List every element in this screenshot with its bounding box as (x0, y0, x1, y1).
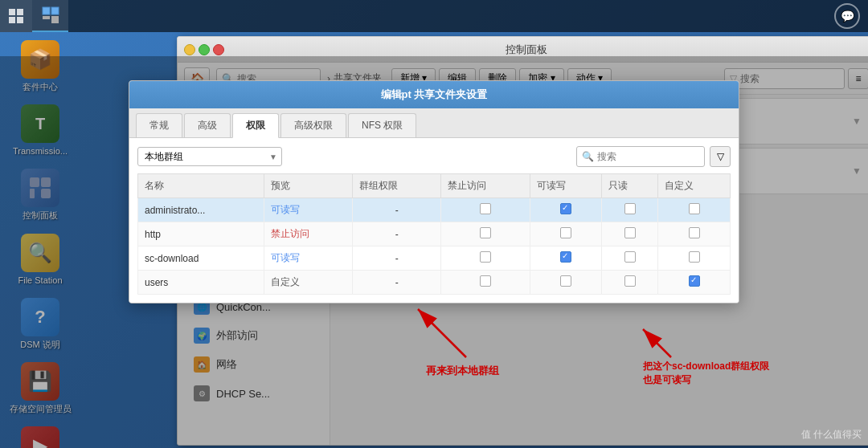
cell-rw-users[interactable] (530, 271, 602, 295)
taskbar-app-control-panel[interactable] (32, 0, 68, 32)
taskbar: 💬 (0, 0, 868, 32)
cell-rw-http[interactable] (530, 222, 602, 246)
dialog-overlay: 编辑pt 共享文件夹设置 常规 高级 权限 高级权限 NFS 权限 本地群组 (0, 56, 868, 448)
cell-noaccess-admin[interactable] (441, 198, 530, 222)
checkbox-custom-sc[interactable] (689, 251, 700, 263)
cell-name-http: http (138, 222, 264, 246)
taskbar-grid-icon[interactable] (0, 0, 32, 32)
checkbox-ro-http[interactable] (624, 227, 636, 238)
tab-permissions[interactable]: 权限 (232, 113, 279, 138)
checkbox-rw-http[interactable] (560, 227, 571, 238)
dialog-search-icon: 🔍 (582, 151, 594, 162)
cell-custom-sc[interactable] (658, 246, 731, 271)
cell-custom-users[interactable] (658, 271, 731, 295)
cell-group-sc: - (353, 246, 441, 271)
close-button[interactable] (213, 44, 224, 55)
col-preview: 预览 (264, 174, 352, 198)
edit-dialog: 编辑pt 共享文件夹设置 常规 高级 权限 高级权限 NFS 权限 本地群组 (129, 80, 739, 303)
cell-ro-users[interactable] (602, 271, 658, 295)
cell-ro-sc[interactable] (602, 246, 658, 271)
dialog-body: 本地群组 🔍 ▽ 名称 预览 (129, 138, 739, 303)
checkbox-custom-admin[interactable] (689, 203, 700, 214)
group-select-area: 本地群组 (137, 147, 282, 166)
dialog-toolbar: 本地群组 🔍 ▽ (137, 146, 731, 167)
dialog-search-input[interactable] (597, 151, 699, 162)
cell-group-users: - (353, 271, 441, 295)
table-row[interactable]: users 自定义 - (138, 271, 731, 295)
chat-icon[interactable]: 💬 (834, 3, 860, 29)
cell-preview-users[interactable]: 自定义 (264, 271, 352, 295)
svg-rect-5 (51, 7, 59, 14)
group-dropdown[interactable]: 本地群组 (137, 147, 282, 166)
checkbox-custom-http[interactable] (689, 227, 700, 238)
tab-advanced-perms[interactable]: 高级权限 (280, 113, 346, 137)
filter-button[interactable]: ▽ (710, 146, 731, 167)
svg-rect-1 (17, 9, 23, 15)
permission-table: 名称 预览 群组权限 禁止访问 可读写 只读 自定义 administrato.… (137, 173, 731, 295)
checkbox-rw-admin[interactable] (560, 203, 571, 214)
taskbar-right: 💬 (834, 3, 868, 29)
cell-preview-sc[interactable]: 可读写 (264, 246, 352, 271)
cell-ro-admin[interactable] (602, 198, 658, 222)
col-read-only: 只读 (602, 174, 658, 198)
cell-name-sc: sc-download (138, 246, 264, 271)
checkbox-noaccess-http[interactable] (480, 227, 491, 238)
cell-custom-http[interactable] (658, 222, 731, 246)
col-group-perms: 群组权限 (353, 174, 441, 198)
table-row[interactable]: http 禁止访问 - (138, 222, 731, 246)
dialog-search-box[interactable]: 🔍 (576, 146, 705, 167)
minimize-button[interactable] (184, 44, 195, 55)
col-read-write: 可读写 (530, 174, 602, 198)
cell-group-admin: - (353, 198, 441, 222)
cell-name-users: users (138, 271, 264, 295)
cell-name-admin: administrato... (138, 198, 264, 222)
table-header-row: 名称 预览 群组权限 禁止访问 可读写 只读 自定义 (138, 174, 731, 198)
cell-rw-admin[interactable] (530, 198, 602, 222)
dialog-tabs: 常规 高级 权限 高级权限 NFS 权限 (129, 108, 739, 138)
cell-preview-http[interactable]: 禁止访问 (264, 222, 352, 246)
group-select-wrapper[interactable]: 本地群组 (137, 147, 282, 166)
col-no-access: 禁止访问 (441, 174, 530, 198)
svg-rect-4 (43, 7, 50, 14)
col-custom: 自定义 (658, 174, 731, 198)
cell-rw-sc[interactable] (530, 246, 602, 271)
cell-noaccess-sc[interactable] (441, 246, 530, 271)
checkbox-noaccess-admin[interactable] (480, 203, 491, 214)
table-row[interactable]: administrato... 可读写 - (138, 198, 731, 222)
dialog-title: 编辑pt 共享文件夹设置 (381, 88, 488, 100)
svg-rect-0 (9, 9, 15, 15)
checkbox-ro-admin[interactable] (624, 203, 636, 214)
dialog-titlebar: 编辑pt 共享文件夹设置 (129, 81, 739, 108)
tab-general[interactable]: 常规 (136, 113, 182, 137)
svg-rect-7 (51, 16, 59, 23)
checkbox-custom-users[interactable] (689, 275, 700, 287)
window-title: 控制面板 (232, 43, 821, 57)
watermark: 值 什么值得买 (801, 428, 862, 442)
cell-noaccess-users[interactable] (441, 271, 530, 295)
cell-custom-admin[interactable] (658, 198, 731, 222)
checkbox-ro-users[interactable] (624, 275, 636, 287)
cell-preview-admin[interactable]: 可读写 (264, 198, 352, 222)
table-row[interactable]: sc-download 可读写 - (138, 246, 731, 271)
maximize-button[interactable] (199, 44, 210, 55)
cell-group-http: - (353, 222, 441, 246)
svg-rect-3 (17, 17, 23, 23)
svg-rect-6 (43, 16, 50, 19)
checkbox-rw-sc[interactable] (560, 251, 571, 263)
tab-nfs-perms[interactable]: NFS 权限 (348, 113, 416, 137)
cell-noaccess-http[interactable] (441, 222, 530, 246)
checkbox-noaccess-users[interactable] (480, 275, 491, 287)
checkbox-rw-users[interactable] (560, 275, 571, 287)
col-name: 名称 (138, 174, 264, 198)
cell-ro-http[interactable] (602, 222, 658, 246)
checkbox-noaccess-sc[interactable] (480, 251, 491, 263)
svg-rect-2 (9, 17, 15, 23)
tab-advanced[interactable]: 高级 (184, 113, 231, 137)
checkbox-ro-sc[interactable] (624, 251, 636, 263)
